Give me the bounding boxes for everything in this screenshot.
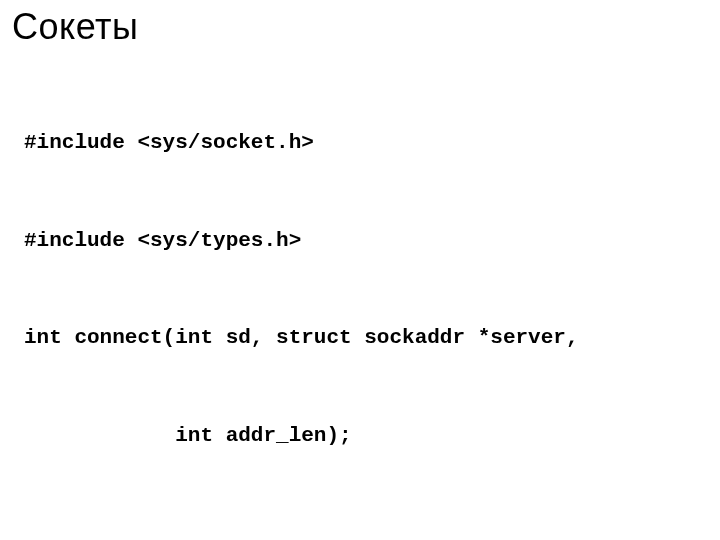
slide-title: Сокеты — [12, 6, 708, 48]
code-line: #include <sys/socket.h> — [24, 127, 708, 160]
code-line: int addr_len); — [24, 420, 708, 453]
code-line: #include <sys/types.h> — [24, 225, 708, 258]
slide: Сокеты #include <sys/socket.h> #include … — [0, 0, 720, 540]
code-line: int connect(int sd, struct sockaddr *ser… — [24, 322, 708, 355]
code-includes: #include <sys/socket.h> #include <sys/ty… — [24, 62, 708, 518]
